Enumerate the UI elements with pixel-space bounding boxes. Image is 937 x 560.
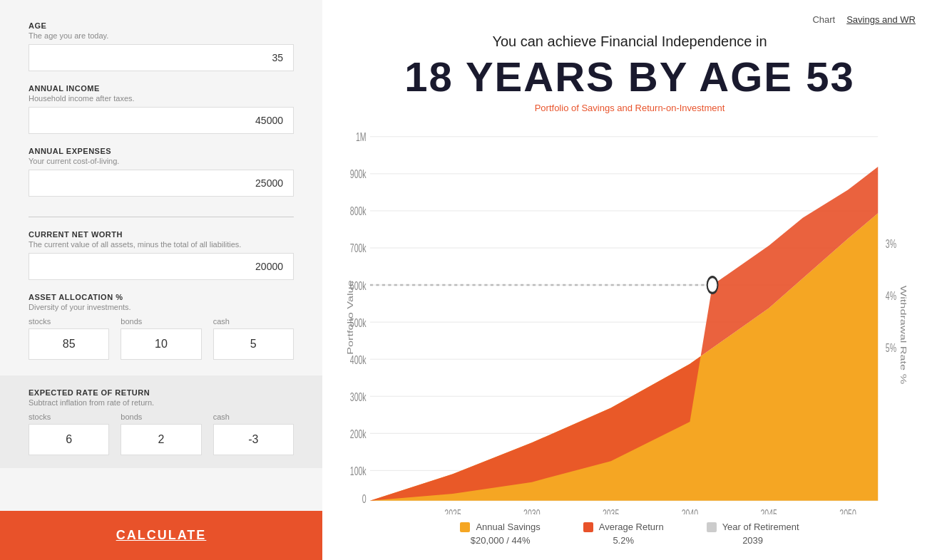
return-color-dot — [583, 522, 593, 532]
svg-text:200k: 200k — [350, 427, 367, 440]
expenses-sublabel: Your current cost-of-living. — [29, 157, 294, 165]
svg-text:2045: 2045 — [760, 508, 777, 514]
er-stocks-label: stocks — [29, 413, 109, 421]
svg-text:Portfolio Value: Portfolio Value — [346, 280, 354, 355]
stocks-label: stocks — [29, 317, 109, 326]
svg-text:2025: 2025 — [444, 508, 461, 514]
top-nav: Chart Savings and WR — [344, 14, 916, 25]
retirement-legend-value: 2039 — [742, 535, 763, 546]
retirement-dot — [707, 276, 718, 293]
networth-label: CURRENT NET WORTH — [29, 230, 294, 239]
return-legend-label: Average Return — [599, 522, 664, 532]
income-group: ANNUAL INCOME Household income after tax… — [29, 84, 294, 134]
networth-sublabel: The current value of all assets, minus t… — [29, 240, 294, 249]
er-cash-col: cash — [213, 413, 294, 455]
er-stocks-col: stocks — [29, 413, 109, 455]
legend-savings: Annual Savings $20,000 / 44% — [460, 522, 540, 546]
income-sublabel: Household income after taxes. — [29, 94, 294, 103]
er-cash-input[interactable] — [213, 424, 294, 455]
savings-color-dot — [460, 522, 470, 532]
svg-text:300k: 300k — [350, 390, 367, 403]
savings-legend-label: Annual Savings — [476, 522, 540, 532]
age-label: AGE — [29, 21, 294, 30]
income-input[interactable] — [29, 107, 294, 134]
expected-return-label: EXPECTED RATE OF RETURN — [29, 388, 294, 397]
age-sublabel: The age you are today. — [29, 31, 294, 40]
expenses-input[interactable] — [29, 170, 294, 197]
svg-text:100k: 100k — [350, 465, 367, 477]
legend-return: Average Return 5.2% — [583, 522, 664, 546]
svg-text:2035: 2035 — [603, 508, 620, 514]
legend-return-top: Average Return — [583, 522, 664, 532]
expenses-group: ANNUAL EXPENSES Your current cost-of-liv… — [29, 147, 294, 197]
svg-text:1M: 1M — [356, 131, 367, 144]
retirement-legend-label: Year of Retirement — [722, 522, 799, 532]
legend-area: Annual Savings $20,000 / 44% Average Ret… — [344, 514, 916, 546]
legend-retirement: Year of Retirement 2039 — [707, 522, 799, 546]
asset-allocation-section: ASSET ALLOCATION % Diversity of your inv… — [29, 293, 294, 360]
big-result: 18 YEARS BY AGE 53 — [344, 54, 916, 100]
bonds-col: bonds — [121, 317, 201, 360]
svg-text:900k: 900k — [350, 168, 367, 181]
cash-input[interactable] — [213, 328, 294, 360]
svg-text:400k: 400k — [350, 353, 367, 366]
cash-col: cash — [213, 317, 294, 360]
income-label: ANNUAL INCOME — [29, 84, 294, 93]
er-bonds-col: bonds — [121, 413, 201, 455]
bonds-input[interactable] — [121, 328, 201, 360]
svg-text:2030: 2030 — [523, 508, 541, 514]
expected-return-cols: stocks bonds cash — [29, 413, 294, 455]
asset-alloc-label: ASSET ALLOCATION % — [29, 293, 294, 301]
right-panel: Chart Savings and WR You can achieve Fin… — [322, 0, 937, 560]
main-chart-svg: 1M 900k 800k 700k 600k 500k 400k 300k 20… — [344, 120, 916, 514]
svg-text:2050: 2050 — [839, 508, 856, 514]
chart-subtitle: Portfolio of Savings and Return-on-Inves… — [344, 103, 916, 113]
er-bonds-input[interactable] — [121, 424, 201, 455]
age-group: AGE The age you are today. — [29, 21, 294, 71]
retirement-color-dot — [707, 522, 717, 532]
svg-text:0: 0 — [362, 492, 367, 505]
expected-return-sublabel: Subtract inflation from rate of return. — [29, 398, 294, 407]
svg-text:5%: 5% — [886, 342, 896, 355]
asset-alloc-cols: stocks bonds cash — [29, 317, 294, 360]
er-bonds-label: bonds — [121, 413, 201, 421]
headline: You can achieve Financial Independence i… — [344, 33, 916, 50]
stocks-col: stocks — [29, 317, 109, 360]
return-legend-value: 5.2% — [613, 535, 634, 546]
calculate-button[interactable]: CALCULATE — [0, 511, 322, 560]
expected-return-section: EXPECTED RATE OF RETURN Subtract inflati… — [0, 375, 322, 468]
savings-legend-value: $20,000 / 44% — [471, 535, 531, 546]
svg-text:Withdrawal Rate %: Withdrawal Rate % — [899, 286, 908, 384]
nav-chart-label: Chart — [812, 14, 835, 25]
networth-group: CURRENT NET WORTH The current value of a… — [29, 230, 294, 280]
svg-text:700k: 700k — [350, 242, 367, 255]
svg-text:2040: 2040 — [682, 508, 699, 514]
left-panel: AGE The age you are today. ANNUAL INCOME… — [0, 0, 322, 560]
er-stocks-input[interactable] — [29, 424, 109, 455]
svg-text:3%: 3% — [886, 238, 896, 251]
svg-text:4%: 4% — [886, 290, 896, 303]
chart-area: 1M 900k 800k 700k 600k 500k 400k 300k 20… — [344, 120, 916, 514]
svg-text:800k: 800k — [350, 205, 367, 218]
nav-savings-link[interactable]: Savings and WR — [846, 14, 916, 25]
divider-1 — [29, 217, 294, 217]
legend-retirement-top: Year of Retirement — [707, 522, 799, 532]
er-cash-label: cash — [213, 413, 294, 421]
age-input[interactable] — [29, 44, 294, 71]
legend-savings-top: Annual Savings — [460, 522, 540, 532]
bonds-label: bonds — [121, 317, 201, 326]
stocks-input[interactable] — [29, 328, 109, 360]
asset-alloc-sublabel: Diversity of your investments. — [29, 303, 294, 311]
expenses-label: ANNUAL EXPENSES — [29, 147, 294, 155]
cash-label: cash — [213, 317, 294, 326]
networth-input[interactable] — [29, 253, 294, 280]
